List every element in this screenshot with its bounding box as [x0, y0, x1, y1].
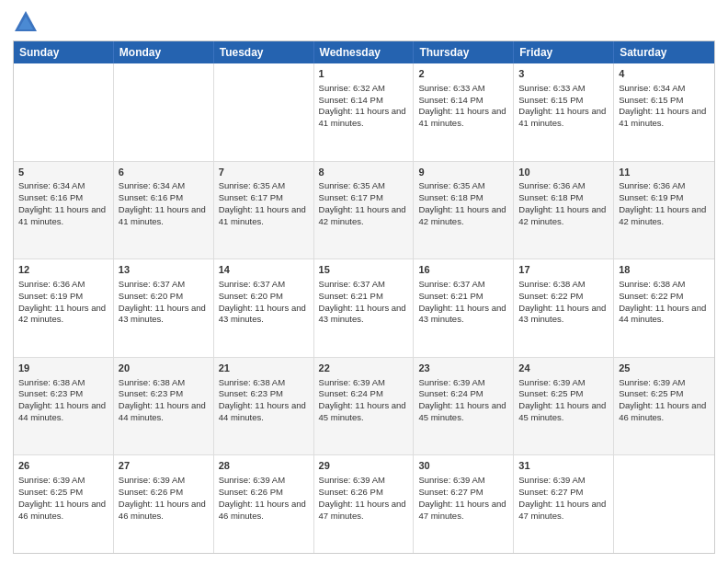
- day-number: 15: [319, 263, 409, 277]
- day-number: 6: [119, 166, 209, 179]
- day-number: 2: [418, 67, 508, 81]
- day-number: 9: [418, 166, 508, 179]
- calendar-cell: 30Sunrise: 6:39 AM Sunset: 6:27 PM Dayli…: [414, 455, 514, 553]
- day-info: Sunrise: 6:36 AM Sunset: 6:19 PM Dayligh…: [18, 279, 106, 324]
- calendar-cell: 16Sunrise: 6:37 AM Sunset: 6:21 PM Dayli…: [414, 259, 514, 357]
- calendar-cell: 27Sunrise: 6:39 AM Sunset: 6:26 PM Dayli…: [114, 455, 214, 553]
- day-number: 23: [418, 362, 508, 375]
- calendar-cell: 29Sunrise: 6:39 AM Sunset: 6:26 PM Dayli…: [314, 455, 415, 553]
- calendar-cell: 5Sunrise: 6:34 AM Sunset: 6:16 PM Daylig…: [14, 162, 114, 259]
- calendar-week-4: 19Sunrise: 6:38 AM Sunset: 6:23 PM Dayli…: [14, 358, 714, 456]
- day-number: 26: [18, 459, 108, 473]
- calendar-cell: 13Sunrise: 6:37 AM Sunset: 6:20 PM Dayli…: [114, 259, 214, 357]
- calendar-week-1: 1Sunrise: 6:32 AM Sunset: 6:14 PM Daylig…: [14, 63, 714, 162]
- day-number: 10: [518, 166, 609, 179]
- calendar-cell: 14Sunrise: 6:37 AM Sunset: 6:20 PM Dayli…: [214, 259, 314, 357]
- logo-icon: [13, 9, 39, 35]
- day-number: 4: [619, 67, 710, 81]
- day-number: 29: [319, 459, 409, 473]
- calendar-cell: 22Sunrise: 6:39 AM Sunset: 6:24 PM Dayli…: [314, 358, 415, 455]
- calendar-week-2: 5Sunrise: 6:34 AM Sunset: 6:16 PM Daylig…: [14, 162, 714, 260]
- day-info: Sunrise: 6:37 AM Sunset: 6:21 PM Dayligh…: [418, 279, 506, 324]
- day-number: 20: [119, 362, 209, 375]
- calendar-cell: 15Sunrise: 6:37 AM Sunset: 6:21 PM Dayli…: [314, 259, 415, 357]
- calendar-cell: 23Sunrise: 6:39 AM Sunset: 6:24 PM Dayli…: [414, 358, 514, 455]
- day-info: Sunrise: 6:38 AM Sunset: 6:22 PM Dayligh…: [518, 279, 606, 324]
- calendar-body: 1Sunrise: 6:32 AM Sunset: 6:14 PM Daylig…: [14, 63, 714, 553]
- day-number: 3: [518, 67, 609, 81]
- calendar-cell: 31Sunrise: 6:39 AM Sunset: 6:27 PM Dayli…: [514, 455, 614, 553]
- day-number: 11: [619, 166, 710, 179]
- day-info: Sunrise: 6:38 AM Sunset: 6:22 PM Dayligh…: [619, 279, 706, 324]
- calendar-cell: 18Sunrise: 6:38 AM Sunset: 6:22 PM Dayli…: [614, 259, 714, 357]
- calendar-cell: 11Sunrise: 6:36 AM Sunset: 6:19 PM Dayli…: [614, 162, 714, 259]
- calendar-cell: [114, 63, 214, 161]
- header: [13, 9, 715, 35]
- calendar-cell: 20Sunrise: 6:38 AM Sunset: 6:23 PM Dayli…: [114, 358, 214, 455]
- calendar-cell: 1Sunrise: 6:32 AM Sunset: 6:14 PM Daylig…: [314, 63, 415, 161]
- day-number: 24: [518, 362, 609, 375]
- calendar-cell: [214, 63, 314, 161]
- day-number: 18: [619, 263, 710, 277]
- day-info: Sunrise: 6:34 AM Sunset: 6:16 PM Dayligh…: [18, 180, 106, 225]
- day-info: Sunrise: 6:34 AM Sunset: 6:15 PM Dayligh…: [619, 83, 706, 128]
- day-info: Sunrise: 6:39 AM Sunset: 6:26 PM Dayligh…: [119, 475, 206, 520]
- day-number: 13: [119, 263, 209, 277]
- logo-area: [13, 9, 42, 35]
- calendar-cell: 3Sunrise: 6:33 AM Sunset: 6:15 PM Daylig…: [514, 63, 614, 161]
- day-info: Sunrise: 6:39 AM Sunset: 6:27 PM Dayligh…: [518, 475, 606, 520]
- calendar: SundayMondayTuesdayWednesdayThursdayFrid…: [13, 40, 715, 554]
- header-day-saturday: Saturday: [614, 41, 714, 63]
- day-number: 17: [518, 263, 609, 277]
- day-info: Sunrise: 6:38 AM Sunset: 6:23 PM Dayligh…: [18, 377, 106, 422]
- header-day-tuesday: Tuesday: [214, 41, 314, 63]
- day-info: Sunrise: 6:32 AM Sunset: 6:14 PM Dayligh…: [319, 83, 406, 128]
- calendar-cell: 24Sunrise: 6:39 AM Sunset: 6:25 PM Dayli…: [514, 358, 614, 455]
- day-number: 22: [319, 362, 409, 375]
- calendar-cell: 19Sunrise: 6:38 AM Sunset: 6:23 PM Dayli…: [14, 358, 114, 455]
- day-info: Sunrise: 6:39 AM Sunset: 6:26 PM Dayligh…: [319, 475, 406, 520]
- day-number: 19: [18, 362, 108, 375]
- day-info: Sunrise: 6:39 AM Sunset: 6:25 PM Dayligh…: [518, 377, 606, 422]
- page: SundayMondayTuesdayWednesdayThursdayFrid…: [0, 0, 728, 563]
- day-info: Sunrise: 6:36 AM Sunset: 6:18 PM Dayligh…: [518, 180, 606, 225]
- calendar-week-3: 12Sunrise: 6:36 AM Sunset: 6:19 PM Dayli…: [14, 259, 714, 358]
- calendar-cell: [14, 63, 114, 161]
- calendar-cell: 10Sunrise: 6:36 AM Sunset: 6:18 PM Dayli…: [514, 162, 614, 259]
- day-number: 5: [18, 166, 108, 179]
- header-day-monday: Monday: [114, 41, 214, 63]
- day-number: 12: [18, 263, 108, 277]
- day-info: Sunrise: 6:37 AM Sunset: 6:20 PM Dayligh…: [219, 279, 306, 324]
- header-day-thursday: Thursday: [414, 41, 514, 63]
- day-info: Sunrise: 6:35 AM Sunset: 6:17 PM Dayligh…: [319, 180, 406, 225]
- day-number: 25: [619, 362, 710, 375]
- day-info: Sunrise: 6:37 AM Sunset: 6:21 PM Dayligh…: [319, 279, 406, 324]
- day-info: Sunrise: 6:34 AM Sunset: 6:16 PM Dayligh…: [119, 180, 206, 225]
- day-info: Sunrise: 6:38 AM Sunset: 6:23 PM Dayligh…: [219, 377, 306, 422]
- header-day-friday: Friday: [514, 41, 614, 63]
- day-info: Sunrise: 6:39 AM Sunset: 6:25 PM Dayligh…: [18, 475, 106, 520]
- day-info: Sunrise: 6:35 AM Sunset: 6:18 PM Dayligh…: [418, 180, 506, 225]
- day-info: Sunrise: 6:37 AM Sunset: 6:20 PM Dayligh…: [119, 279, 206, 324]
- day-number: 14: [219, 263, 309, 277]
- calendar-cell: 4Sunrise: 6:34 AM Sunset: 6:15 PM Daylig…: [614, 63, 714, 161]
- day-info: Sunrise: 6:38 AM Sunset: 6:23 PM Dayligh…: [119, 377, 206, 422]
- calendar-cell: 8Sunrise: 6:35 AM Sunset: 6:17 PM Daylig…: [314, 162, 415, 259]
- calendar-cell: 7Sunrise: 6:35 AM Sunset: 6:17 PM Daylig…: [214, 162, 314, 259]
- day-number: 28: [219, 459, 309, 473]
- day-info: Sunrise: 6:39 AM Sunset: 6:26 PM Dayligh…: [219, 475, 306, 520]
- day-number: 21: [219, 362, 309, 375]
- day-info: Sunrise: 6:39 AM Sunset: 6:24 PM Dayligh…: [418, 377, 506, 422]
- day-info: Sunrise: 6:33 AM Sunset: 6:15 PM Dayligh…: [518, 83, 606, 128]
- calendar-cell: [614, 455, 714, 553]
- day-number: 16: [418, 263, 508, 277]
- calendar-cell: 2Sunrise: 6:33 AM Sunset: 6:14 PM Daylig…: [414, 63, 514, 161]
- calendar-cell: 6Sunrise: 6:34 AM Sunset: 6:16 PM Daylig…: [114, 162, 214, 259]
- calendar-cell: 12Sunrise: 6:36 AM Sunset: 6:19 PM Dayli…: [14, 259, 114, 357]
- day-number: 31: [518, 459, 609, 473]
- calendar-cell: 28Sunrise: 6:39 AM Sunset: 6:26 PM Dayli…: [214, 455, 314, 553]
- header-day-sunday: Sunday: [14, 41, 114, 63]
- calendar-cell: 21Sunrise: 6:38 AM Sunset: 6:23 PM Dayli…: [214, 358, 314, 455]
- day-info: Sunrise: 6:39 AM Sunset: 6:25 PM Dayligh…: [619, 377, 706, 422]
- day-info: Sunrise: 6:35 AM Sunset: 6:17 PM Dayligh…: [219, 180, 306, 225]
